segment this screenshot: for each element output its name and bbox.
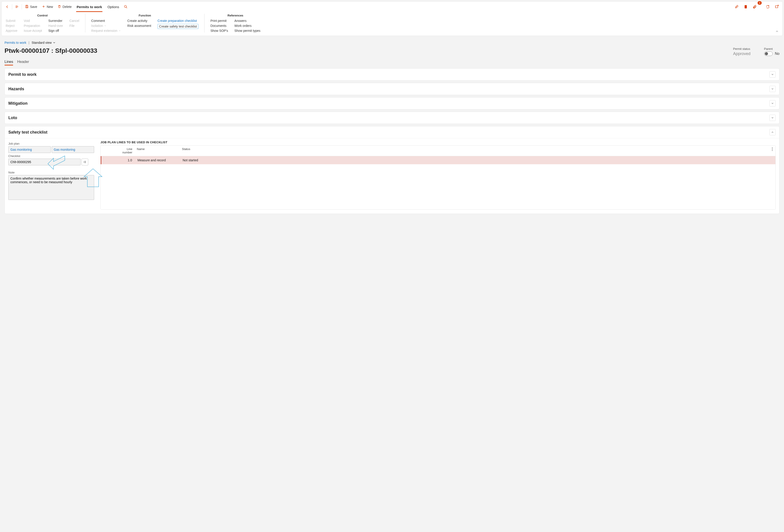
action-comment[interactable]: Comment	[91, 19, 121, 23]
action-documents[interactable]: Documents	[211, 24, 228, 28]
fasttab-permit: Permit to work	[4, 68, 780, 81]
action-print-permit[interactable]: Print permit	[211, 19, 228, 23]
attachments-button[interactable]	[751, 3, 758, 10]
parent-value: No	[775, 52, 780, 56]
action-work-orders[interactable]: Work orders	[234, 24, 260, 28]
status-label: Permit status	[733, 47, 750, 51]
eraser-icon[interactable]	[733, 3, 740, 10]
ribbon-group-function: Function Comment Isolation Request exten…	[91, 14, 198, 32]
action-preparation[interactable]: Preparation	[24, 24, 42, 28]
grid-row[interactable]: 1.0 Measure and record Not started	[101, 156, 776, 164]
expand-button[interactable]	[769, 71, 776, 78]
save-icon	[25, 5, 29, 9]
cell-name: Measure and record	[135, 156, 180, 164]
cell-status: Not started	[180, 156, 776, 164]
parent-label: Parent	[764, 47, 780, 51]
plus-icon	[42, 5, 46, 9]
fasttab-title: Permit to work	[8, 72, 36, 77]
group-title: References	[211, 14, 260, 19]
group-separator	[85, 14, 85, 32]
refresh-button[interactable]	[764, 3, 772, 10]
action-void[interactable]: Void	[24, 19, 42, 23]
note-textarea[interactable]	[8, 175, 94, 200]
list-toggle-icon[interactable]	[13, 3, 21, 10]
action-submit[interactable]: Submit	[6, 19, 18, 23]
fasttab-safety-checklist: Safety test checklist Job plan Checklist	[4, 126, 780, 214]
job-plan-label: Job plan	[8, 142, 94, 145]
action-issue-accept[interactable]: Issue-Accept	[24, 29, 42, 32]
fasttab-title: Safety test checklist	[8, 130, 48, 135]
separator	[22, 4, 22, 9]
expand-button[interactable]	[769, 115, 776, 121]
search-button[interactable]	[122, 3, 130, 10]
col-line-number[interactable]: Line number	[115, 146, 135, 156]
tab-permits-to-work[interactable]: Permits to work	[74, 2, 105, 12]
breadcrumb-link[interactable]: Permits to work	[4, 41, 26, 45]
col-name[interactable]: Name	[135, 146, 180, 156]
action-file[interactable]: File	[69, 24, 79, 28]
action-cancel[interactable]: Cancel	[69, 19, 79, 23]
popout-button[interactable]	[773, 3, 781, 10]
grid-empty-space	[101, 164, 776, 209]
fasttab-loto: Loto	[4, 112, 780, 124]
action-signoff[interactable]: Sign off	[48, 29, 63, 32]
fasttab-header[interactable]: Safety test checklist	[5, 126, 779, 138]
action-answers[interactable]: Answers	[234, 19, 260, 23]
fasttab-header[interactable]: Mitigation	[5, 97, 779, 109]
office-icon[interactable]	[742, 3, 750, 10]
action-request-extension[interactable]: Request extension	[91, 29, 121, 32]
action-create-prep-checklist[interactable]: Create preparation checklist	[158, 19, 198, 23]
action-handover[interactable]: Hand-over	[48, 24, 63, 28]
svg-point-0	[124, 5, 127, 7]
collapse-ribbon-button[interactable]	[775, 30, 779, 34]
expand-button[interactable]	[769, 100, 776, 107]
expand-button[interactable]	[769, 86, 776, 92]
view-selector[interactable]: Standard view	[32, 41, 56, 45]
status-value: Approved	[733, 52, 750, 56]
action-approve[interactable]: Approve	[6, 29, 18, 32]
back-button[interactable]	[3, 3, 11, 10]
fasttab-header[interactable]: Permit to work	[5, 68, 779, 80]
job-plan-id-input[interactable]	[8, 146, 51, 153]
page-content: Permits to work | Standard view Ptwk-000…	[0, 37, 784, 220]
new-button[interactable]: New	[39, 3, 55, 10]
save-button[interactable]: Save	[23, 3, 39, 10]
fasttab-header[interactable]: Loto	[5, 112, 779, 124]
action-create-safety-checklist[interactable]: Create safety test checklist	[158, 24, 198, 29]
job-plan-name-input[interactable]	[52, 146, 94, 153]
action-risk-assessment[interactable]: Risk assessment	[127, 24, 151, 28]
chevron-down-icon	[771, 116, 774, 119]
chevron-down-icon	[53, 41, 56, 44]
job-plan-grid-section: JOB PLAN LINES TO BE USED IN CHECKLIST L…	[101, 141, 776, 210]
delete-button[interactable]: Delete	[55, 3, 74, 10]
trash-icon	[58, 5, 61, 9]
fasttab-header[interactable]: Hazards	[5, 83, 779, 95]
tab-options[interactable]: Options	[105, 2, 122, 12]
fasttab-title: Mitigation	[8, 101, 28, 106]
checklist-id-input[interactable]	[8, 158, 81, 166]
new-label: New	[47, 5, 53, 8]
chevron-down-icon	[118, 29, 121, 32]
grid-header-row: Line number Name Status	[101, 146, 776, 156]
action-surrender[interactable]: Surrender	[48, 19, 63, 23]
subtab-lines[interactable]: Lines	[4, 60, 13, 65]
grid-title: JOB PLAN LINES TO BE USED IN CHECKLIST	[101, 141, 776, 144]
fasttab-body: Job plan Checklist Note	[5, 138, 779, 214]
collapse-button[interactable]	[769, 129, 776, 136]
action-reject[interactable]: Reject	[6, 24, 18, 28]
grid-more-button[interactable]	[769, 146, 776, 156]
toolbar-row: Save New Delete Permits to work Options	[2, 2, 782, 12]
checklist-lookup-button[interactable]	[82, 158, 88, 166]
attachments-count: 0	[758, 1, 762, 5]
action-isolation[interactable]: Isolation	[91, 24, 121, 28]
parent-toggle[interactable]	[764, 52, 773, 56]
permit-status: Permit status Approved	[733, 47, 750, 56]
fasttab-title: Loto	[8, 116, 17, 120]
safety-form: Job plan Checklist Note	[8, 141, 94, 210]
action-create-activity[interactable]: Create activity	[127, 19, 151, 23]
action-show-permit-types[interactable]: Show permit types	[234, 29, 260, 32]
col-status[interactable]: Status	[180, 146, 769, 156]
subtab-header[interactable]: Header	[17, 60, 29, 65]
action-show-sops[interactable]: Show SOP's	[211, 29, 228, 32]
fasttab-title: Hazards	[8, 87, 24, 91]
